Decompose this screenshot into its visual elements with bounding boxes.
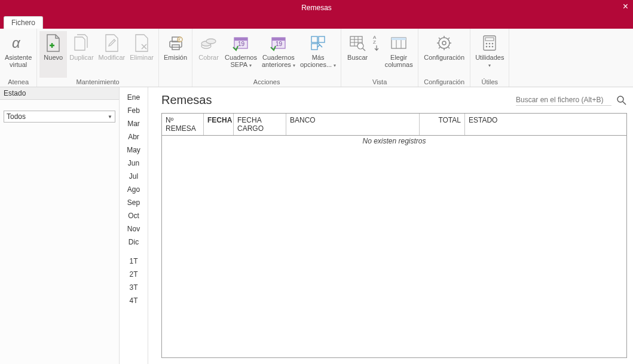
cuadernos-sepa-button[interactable]: 19 CuadernosSEPA ▾	[222, 31, 259, 78]
svg-point-45	[492, 43, 494, 45]
col-fecha[interactable]: FECHA	[204, 114, 234, 135]
svg-point-31	[439, 38, 449, 48]
asistente-label-1: Asistente	[5, 54, 32, 61]
cuadernos-sepa-l1: Cuadernos	[225, 54, 257, 61]
search-input[interactable]	[516, 94, 611, 106]
col-num-remesa[interactable]: Nº REMESA	[162, 114, 204, 135]
svg-rect-42	[485, 38, 494, 41]
cuadernos-sepa-l2: SEPA	[231, 61, 247, 68]
modificar-button[interactable]: Modificar	[96, 31, 128, 78]
buscar-button[interactable]: Buscar	[344, 31, 371, 78]
svg-text:α: α	[12, 35, 21, 51]
month-mar[interactable]: Mar	[120, 117, 148, 130]
chevron-down-icon: ▾	[334, 63, 336, 68]
svg-point-43	[486, 43, 488, 45]
quarter-1t[interactable]: 1T	[120, 255, 148, 268]
svg-point-44	[489, 43, 491, 45]
cobrar-label: Cobrar	[198, 54, 219, 61]
group-label-vista: Vista	[344, 78, 415, 87]
month-ago[interactable]: Ago	[120, 183, 148, 196]
data-grid: Nº REMESA FECHA FECHA CARGO BANCO TOTAL …	[161, 113, 627, 358]
sort-az-icon: AZ	[372, 33, 381, 53]
month-may[interactable]: May	[120, 143, 148, 157]
duplicar-label: Duplicar	[69, 54, 93, 61]
col-banco[interactable]: BANCO	[286, 114, 420, 135]
svg-point-47	[489, 46, 491, 48]
group-label-emision	[161, 78, 189, 87]
col-estado[interactable]: ESTADO	[465, 114, 626, 135]
ribbon-group-emision: € Emisión	[159, 29, 192, 87]
configuracion-button[interactable]: Configuración	[421, 31, 467, 78]
utilidades-button[interactable]: Utilidades▾	[473, 31, 506, 78]
eliminar-label: Eliminar	[130, 54, 154, 61]
ribbon-group-configuracion: Configuración Configuración	[418, 29, 470, 87]
month-sep[interactable]: Sep	[120, 196, 148, 209]
sort-az-button[interactable]: AZ	[371, 31, 382, 78]
quarter-2t[interactable]: 2T	[120, 268, 148, 281]
svg-point-32	[442, 41, 446, 45]
ribbon: α Asistentevirtual Atenea Nuevo Duplicar	[0, 29, 633, 87]
tab-row: Fichero	[0, 16, 633, 29]
svg-point-46	[486, 46, 488, 48]
month-jul[interactable]: Jul	[120, 170, 148, 183]
svg-point-8	[206, 39, 216, 44]
state-combo[interactable]: Todos ▼	[4, 111, 115, 123]
chevron-down-icon: ▾	[293, 63, 295, 68]
svg-line-40	[448, 38, 449, 39]
grid-header-row: Nº REMESA FECHA FECHA CARGO BANCO TOTAL …	[162, 114, 626, 136]
cuadernos-ant-l1: Cuadernos	[262, 54, 295, 61]
asistente-virtual-button[interactable]: α Asistentevirtual	[2, 31, 34, 78]
svg-rect-30	[392, 38, 406, 40]
quarter-4t[interactable]: 4T	[120, 294, 148, 307]
month-dic[interactable]: Dic	[120, 235, 148, 249]
ribbon-group-vista: Buscar AZ Elegircolumnas Vista	[341, 29, 418, 87]
elegir-columnas-button[interactable]: Elegircolumnas	[382, 31, 415, 78]
group-label-config: Configuración	[421, 78, 467, 87]
svg-rect-16	[319, 36, 325, 42]
month-nov[interactable]: Nov	[120, 222, 148, 235]
eliminar-button[interactable]: Eliminar	[127, 31, 156, 78]
nuevo-button[interactable]: Nuevo	[39, 31, 67, 78]
emision-button[interactable]: € Emisión	[161, 31, 189, 78]
svg-line-38	[448, 47, 449, 48]
search-icon[interactable]	[616, 95, 627, 106]
buscar-label: Buscar	[347, 54, 368, 61]
svg-line-37	[439, 38, 440, 39]
group-label-utiles: Útiles	[473, 78, 506, 87]
group-label-mantenimiento: Mantenimiento	[39, 78, 156, 87]
cuadernos-anteriores-button[interactable]: 19 Cuadernosanteriores ▾	[259, 31, 298, 78]
svg-line-50	[623, 102, 626, 105]
nuevo-label: Nuevo	[44, 54, 63, 61]
svg-line-24	[363, 48, 365, 51]
state-combo-value: Todos	[7, 112, 26, 121]
quarter-3t[interactable]: 3T	[120, 281, 148, 294]
group-label-atenea: Atenea	[2, 78, 34, 87]
grid-empty-message: No existen registros	[162, 136, 626, 357]
new-document-icon	[44, 33, 63, 53]
window-title: Remesas	[301, 4, 332, 12]
col-total[interactable]: TOTAL	[420, 114, 465, 135]
chevron-down-icon: ▼	[108, 114, 112, 120]
col-fecha-cargo[interactable]: FECHA CARGO	[234, 114, 286, 135]
month-jun[interactable]: Jun	[120, 157, 148, 170]
cobrar-button[interactable]: Cobrar	[195, 31, 222, 78]
search-grid-icon	[348, 33, 367, 53]
mas-opciones-button[interactable]: Másopciones... ▾	[298, 31, 338, 78]
month-feb[interactable]: Feb	[120, 104, 148, 117]
duplicate-icon	[72, 33, 91, 53]
ribbon-group-mantenimiento: Nuevo Duplicar Modificar Eliminar	[37, 29, 159, 87]
ribbon-group-atenea: α Asistentevirtual Atenea	[0, 29, 37, 87]
svg-point-49	[617, 96, 623, 102]
tab-fichero[interactable]: Fichero	[4, 16, 43, 29]
columns-icon	[389, 33, 408, 53]
close-button[interactable]: ×	[623, 1, 628, 12]
svg-point-23	[357, 43, 363, 49]
month-abr[interactable]: Abr	[120, 130, 148, 143]
duplicar-button[interactable]: Duplicar	[67, 31, 96, 78]
calculator-icon	[480, 33, 499, 53]
svg-text:19: 19	[238, 41, 245, 47]
gear-icon	[435, 33, 454, 53]
month-ene[interactable]: Ene	[120, 91, 148, 104]
month-oct[interactable]: Oct	[120, 209, 148, 222]
month-sidebar: Ene Feb Mar Abr May Jun Jul Ago Sep Oct …	[120, 87, 148, 364]
